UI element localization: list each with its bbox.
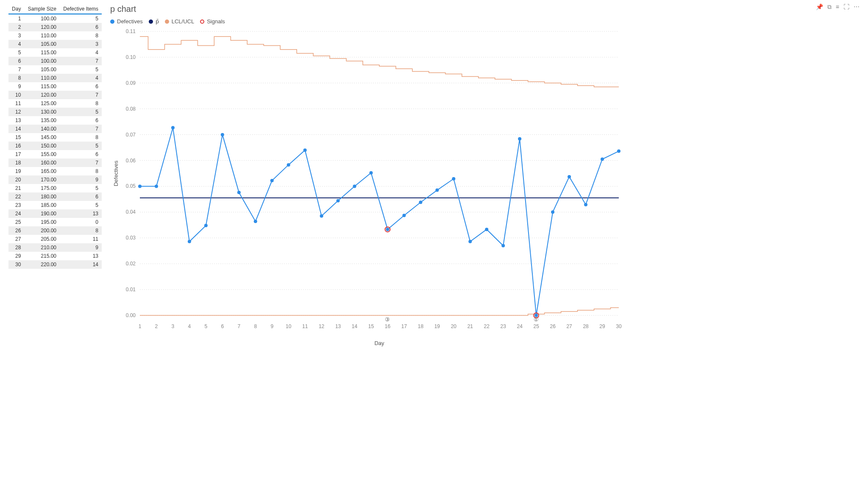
table-row: 23185.005	[8, 201, 102, 209]
svg-point-65	[287, 163, 290, 167]
svg-text:27: 27	[566, 323, 572, 329]
table-row: 15145.008	[8, 133, 102, 142]
table-row: 18160.007	[8, 159, 102, 167]
table-row: 20170.009	[8, 175, 102, 184]
table-row: 16150.005	[8, 142, 102, 150]
svg-text:11: 11	[302, 323, 308, 329]
more-icon[interactable]: ⋯	[854, 3, 860, 11]
svg-text:③: ③	[385, 316, 390, 323]
svg-point-68	[337, 199, 340, 203]
table-row: 17155.006	[8, 150, 102, 159]
col-day: Day	[8, 4, 24, 14]
table-row: 2120.006	[8, 23, 102, 31]
svg-point-62	[237, 191, 241, 194]
svg-text:0.05: 0.05	[126, 183, 136, 189]
svg-point-73	[419, 201, 422, 204]
svg-text:0.06: 0.06	[126, 158, 136, 164]
legend-swatch	[200, 19, 204, 24]
svg-point-59	[188, 240, 191, 243]
svg-text:①: ①	[534, 316, 539, 323]
table-row: 29215.0013	[8, 252, 102, 260]
svg-text:29: 29	[599, 323, 605, 329]
svg-point-67	[320, 214, 323, 218]
legend-swatch	[110, 19, 114, 24]
table-row: 26200.008	[8, 226, 102, 235]
svg-text:24: 24	[517, 323, 523, 329]
svg-point-82	[568, 175, 571, 178]
svg-point-60	[204, 224, 208, 227]
table-row: 7105.005	[8, 65, 102, 74]
pin-icon[interactable]: 📌	[816, 3, 823, 11]
svg-point-81	[551, 210, 554, 214]
svg-text:26: 26	[550, 323, 556, 329]
focus-icon[interactable]: ⛶	[843, 3, 849, 11]
table-row: 28210.009	[8, 243, 102, 252]
svg-text:9: 9	[270, 323, 273, 329]
table-row: 30220.0014	[8, 260, 102, 269]
svg-point-72	[402, 214, 406, 217]
table-row: 13135.006	[8, 116, 102, 125]
svg-text:30: 30	[616, 323, 622, 329]
legend-swatch	[165, 19, 169, 24]
svg-text:22: 22	[484, 323, 490, 329]
legend-item[interactable]: Signals	[200, 18, 225, 25]
svg-text:10: 10	[286, 323, 292, 329]
svg-text:0.04: 0.04	[126, 209, 136, 215]
svg-text:0.01: 0.01	[126, 287, 136, 292]
table-row: 4105.003	[8, 40, 102, 48]
p-chart: 0.000.010.020.030.040.050.060.070.080.09…	[110, 27, 627, 349]
svg-point-61	[221, 133, 224, 136]
svg-text:14: 14	[352, 323, 358, 329]
svg-text:19: 19	[434, 323, 440, 329]
table-row: 3110.008	[8, 31, 102, 40]
table-row: 24190.0013	[8, 209, 102, 218]
svg-text:28: 28	[583, 323, 589, 329]
svg-point-64	[270, 179, 274, 182]
chart-toolbar: 📌 ⧉ ≡ ⛶ ⋯	[816, 3, 860, 11]
legend-label: Signals	[207, 18, 225, 25]
svg-text:7: 7	[237, 323, 240, 329]
legend-item[interactable]: Defectives	[110, 18, 143, 25]
table-row: 27205.0011	[8, 235, 102, 243]
table-row: 5115.004	[8, 48, 102, 57]
legend: Defectivesp̄LCL/UCLSignals	[110, 18, 860, 25]
table-row: 22180.006	[8, 192, 102, 201]
svg-text:18: 18	[418, 323, 424, 329]
svg-text:0.02: 0.02	[126, 261, 136, 267]
table-header-row: Day Sample Size Defective Items	[8, 4, 102, 14]
legend-item[interactable]: LCL/UCL	[165, 18, 194, 25]
table-row: 12130.005	[8, 108, 102, 116]
svg-text:13: 13	[335, 323, 341, 329]
svg-point-79	[518, 137, 521, 140]
copy-icon[interactable]: ⧉	[827, 3, 832, 11]
svg-text:23: 23	[501, 323, 506, 329]
svg-point-75	[452, 177, 455, 181]
svg-text:4: 4	[188, 323, 191, 329]
svg-text:5: 5	[205, 323, 208, 329]
svg-point-74	[435, 189, 439, 192]
svg-point-58	[171, 126, 175, 129]
svg-text:12: 12	[319, 323, 325, 329]
svg-text:8: 8	[254, 323, 257, 329]
svg-text:3: 3	[172, 323, 175, 329]
table-row: 19165.008	[8, 167, 102, 175]
svg-text:Day: Day	[374, 340, 384, 346]
svg-point-78	[501, 244, 505, 248]
svg-text:20: 20	[451, 323, 457, 329]
svg-text:0.11: 0.11	[126, 28, 136, 34]
legend-item[interactable]: p̄	[149, 18, 159, 25]
svg-text:0.00: 0.00	[126, 312, 136, 318]
svg-text:0.10: 0.10	[126, 54, 136, 60]
svg-point-84	[601, 158, 604, 161]
svg-point-83	[584, 203, 587, 206]
legend-swatch	[149, 19, 153, 24]
table-row: 1100.005	[8, 14, 102, 23]
table-row: 8110.004	[8, 74, 102, 82]
col-sample-size: Sample Size	[24, 4, 60, 14]
table-row: 21175.005	[8, 184, 102, 192]
filter-icon[interactable]: ≡	[836, 3, 839, 11]
table-row: 6100.007	[8, 57, 102, 65]
svg-text:6: 6	[221, 323, 224, 329]
table-row: 25195.000	[8, 218, 102, 226]
svg-point-57	[155, 184, 158, 188]
